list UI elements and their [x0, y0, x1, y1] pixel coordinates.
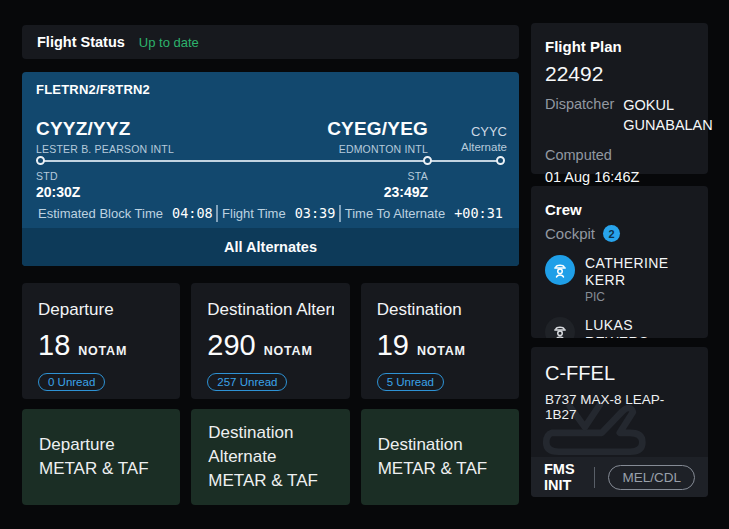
- stat-time-to-alternate-label: Time To Alternate: [345, 206, 445, 221]
- crew-member-name: LUKAS REWERS-KUSIAK: [585, 317, 694, 338]
- flight-plan-panel: Flight Plan 22492 Dispatcher GOKUL GUNAB…: [531, 23, 708, 174]
- crew-member-row[interactable]: LUKAS REWERS-KUSIAK FO: [545, 317, 694, 338]
- notam-count-row: 19 NOTAM: [377, 329, 503, 362]
- crew-member-row[interactable]: CATHERINE KERR PIC: [545, 255, 694, 304]
- main-content: Flight Status Up to date FLETRN2/F8TRN2 …: [22, 25, 519, 505]
- notam-count: 18: [38, 329, 70, 362]
- destination-dot-icon: [423, 156, 432, 165]
- route-section: CYYZ/YYZ LESTER B. PEARSON INTL CYEG/YEG…: [22, 100, 519, 198]
- mel-cdl-button[interactable]: MEL/CDL: [608, 465, 695, 490]
- std-value: 20:30Z: [36, 184, 80, 200]
- stat-block-time: Estimated Block Time 04:08: [38, 205, 213, 221]
- crew-member-name: CATHERINE KERR: [585, 255, 694, 288]
- notam-cards-row: Departure 18 NOTAM 0 Unread Destination …: [22, 283, 519, 399]
- dispatcher-row: Dispatcher GOKUL GUNABALAN: [545, 96, 694, 135]
- crew-title: Crew: [545, 201, 694, 218]
- metar-card-title: Destination Alternate METAR & TAF: [208, 421, 332, 493]
- flight-plan-title: Flight Plan: [545, 38, 694, 55]
- departure-name: LESTER B. PEARSON INTL: [36, 143, 174, 155]
- destination-code: CYEG/YEG: [327, 118, 428, 140]
- unread-badge: 257 Unread: [207, 373, 287, 391]
- alternate-dot-icon: [496, 156, 505, 165]
- all-alternates-button[interactable]: All Alternates: [22, 228, 519, 266]
- metar-cards-row: Departure METAR & TAF Destination Altern…: [22, 409, 519, 505]
- destination-metar-card[interactable]: Destination METAR & TAF: [361, 409, 519, 505]
- stats-divider: [339, 205, 341, 222]
- cockpit-count-badge: 2: [603, 225, 620, 242]
- stat-flight-time-label: Flight Time: [222, 206, 286, 221]
- flight-stats-row: Estimated Block Time 04:08 Flight Time 0…: [22, 198, 519, 228]
- departure-dot-icon: [36, 156, 45, 165]
- flight-status-bar: Flight Status Up to date: [22, 25, 519, 59]
- crew-member-info: CATHERINE KERR PIC: [585, 255, 694, 304]
- stat-time-to-alternate-value: +00:31: [454, 205, 503, 221]
- crew-member-info: LUKAS REWERS-KUSIAK FO: [585, 317, 694, 338]
- pilot-avatar-icon: [545, 317, 575, 338]
- metar-card-title: Destination METAR & TAF: [378, 433, 502, 481]
- stats-divider: [216, 205, 218, 222]
- aircraft-type: B737 MAX-8 LEAP-1B27: [545, 392, 694, 422]
- flight-status-value: Up to date: [139, 35, 199, 50]
- aircraft-panel: C-FFEL B737 MAX-8 LEAP-1B27 FMS INIT MEL…: [531, 347, 708, 497]
- alternate-label: Alternate: [461, 141, 507, 153]
- aircraft-registration: C-FFEL: [545, 362, 694, 385]
- destination-alternate-metar-card[interactable]: Destination Alternate METAR & TAF: [191, 409, 349, 505]
- alternate-code: CYYC: [461, 124, 507, 139]
- stat-block-time-label: Estimated Block Time: [38, 206, 163, 221]
- dispatcher-label: Dispatcher: [545, 96, 614, 135]
- aircraft-footer-bar: FMS INIT MEL/CDL: [531, 457, 708, 497]
- computed-time: 01 Aug 16:46Z: [545, 169, 694, 185]
- footer-divider: [594, 467, 595, 488]
- notam-card-title: Destination: [377, 300, 503, 320]
- cockpit-label: Cockpit: [545, 225, 595, 242]
- crew-panel: Crew Cockpit 2 CATHERINE KERR PIC: [531, 186, 708, 338]
- metar-card-title: Departure METAR & TAF: [39, 433, 163, 481]
- dispatcher-name: GOKUL GUNABALAN: [623, 96, 712, 135]
- stat-time-to-alternate: Time To Alternate +00:31: [345, 205, 503, 221]
- notam-unit-label: NOTAM: [417, 344, 466, 358]
- stat-block-time-value: 04:08: [172, 205, 213, 221]
- std-time: STD 20:30Z: [36, 170, 80, 200]
- sta-time: STA 23:49Z: [384, 170, 428, 200]
- unread-badge: 0 Unread: [38, 373, 105, 391]
- destination-alternate-notam-card[interactable]: Destination Alternate 290 NOTAM 257 Unre…: [191, 283, 349, 399]
- departure-notam-card[interactable]: Departure 18 NOTAM 0 Unread: [22, 283, 180, 399]
- fms-init-button[interactable]: FMS INIT: [544, 461, 581, 493]
- notam-count: 290: [207, 329, 255, 362]
- flight-plan-number: 22492: [545, 62, 694, 86]
- alternate-airport: CYYC Alternate: [461, 124, 507, 153]
- pilot-avatar-icon: [545, 255, 575, 285]
- notam-card-title: Destination Alternate: [207, 300, 333, 320]
- notam-unit-label: NOTAM: [78, 344, 127, 358]
- flight-summary-card: FLETRN2/F8TRN2 CYYZ/YYZ LESTER B. PEARSO…: [22, 72, 519, 266]
- sta-value: 23:49Z: [384, 184, 428, 200]
- unread-badge: 5 Unread: [377, 373, 444, 391]
- aircraft-info: C-FFEL B737 MAX-8 LEAP-1B27: [531, 347, 708, 437]
- sta-label: STA: [384, 170, 428, 182]
- stat-flight-time: Flight Time 03:39: [222, 205, 335, 221]
- cockpit-group: Cockpit 2: [545, 225, 694, 242]
- notam-count-row: 290 NOTAM: [207, 329, 333, 362]
- destination-notam-card[interactable]: Destination 19 NOTAM 5 Unread: [361, 283, 519, 399]
- route-timeline: [36, 156, 505, 165]
- departure-airport: CYYZ/YYZ LESTER B. PEARSON INTL: [36, 118, 174, 155]
- flight-status-title: Flight Status: [37, 34, 125, 50]
- notam-count-row: 18 NOTAM: [38, 329, 164, 362]
- destination-airport: CYEG/YEG EDMONTON INTL: [327, 118, 428, 155]
- departure-code: CYYZ/YYZ: [36, 118, 174, 140]
- crew-member-role: PIC: [585, 290, 694, 304]
- notam-count: 19: [377, 329, 409, 362]
- destination-name: EDMONTON INTL: [327, 143, 428, 155]
- flight-numbers: FLETRN2/F8TRN2: [22, 72, 519, 100]
- computed-label: Computed: [545, 147, 694, 163]
- departure-metar-card[interactable]: Departure METAR & TAF: [22, 409, 180, 505]
- std-label: STD: [36, 170, 80, 182]
- notam-card-title: Departure: [38, 300, 164, 320]
- sidebar: Flight Plan 22492 Dispatcher GOKUL GUNAB…: [531, 23, 708, 497]
- stat-flight-time-value: 03:39: [295, 205, 336, 221]
- notam-unit-label: NOTAM: [264, 344, 313, 358]
